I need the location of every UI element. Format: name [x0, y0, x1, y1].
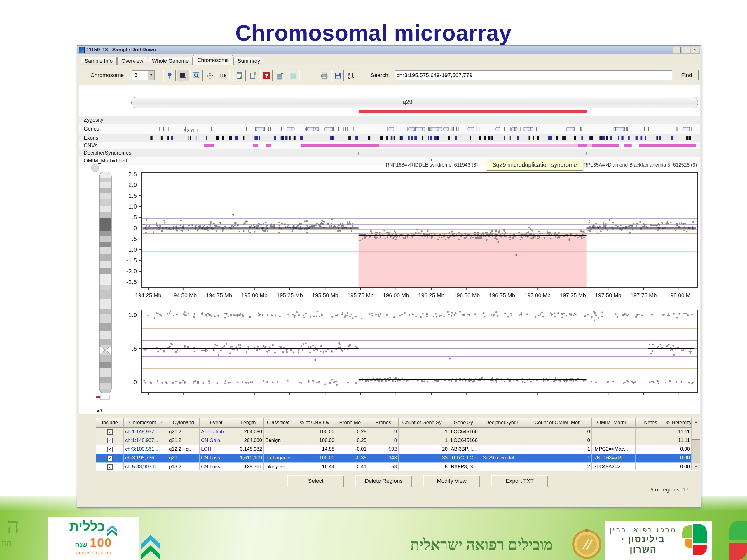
table-cell-cnv_overlap: 100.00	[297, 436, 336, 445]
corner-leaves-icon	[724, 521, 747, 560]
export-report-icon[interactable]	[233, 70, 246, 81]
table-row[interactable]: ✓chr5:33,903,6...p13.2CN Loss125,761Like…	[96, 462, 692, 470]
column-header-cytoband[interactable]: Cytoband	[168, 418, 200, 428]
column-header-notes[interactable]: Notes	[636, 418, 666, 428]
collapse-control[interactable]: ▲▼	[96, 408, 103, 412]
svg-text:1.0: 1.0	[128, 203, 137, 210]
column-header-count-of-omim-mor[interactable]: Count of OMIM_Mor...	[526, 418, 592, 428]
column-header-omim-morbi[interactable]: OMIM_Morbi...	[592, 418, 636, 428]
column-header-probes[interactable]: Probes	[368, 418, 398, 428]
svg-text:.5: .5	[132, 214, 137, 220]
cnv-region-marker[interactable]	[359, 110, 587, 113]
search-input[interactable]	[394, 70, 672, 80]
add-note-icon[interactable]	[247, 70, 259, 81]
scroll-down-icon[interactable]: ▼	[692, 463, 700, 471]
cytoband-strip[interactable]	[131, 97, 698, 108]
clalit-name: כללית	[69, 519, 105, 534]
table-cell-length: 264,080	[233, 428, 264, 436]
table-cell-heterozygosity: 0.00	[666, 445, 692, 454]
table-cell-include: ✓	[96, 428, 124, 436]
table-cell-probes: 9	[368, 428, 398, 436]
column-header-classificat[interactable]: Classificat...	[264, 418, 297, 428]
column-header-event[interactable]: Event	[200, 418, 233, 428]
app-icon	[79, 47, 85, 53]
log2-ratio-plot[interactable]: 2.52.01.51.0.50-.5-1.0-1.5-2.0-2.5194.25…	[87, 168, 700, 302]
table-cell-omim	[592, 428, 636, 436]
close-button[interactable]: ×	[691, 47, 699, 53]
find-button[interactable]: Find	[675, 70, 699, 80]
delete-regions-button[interactable]: Delete Regions	[355, 475, 412, 487]
table-row[interactable]: ✓chr1:148,937,...q21.2Allelic Imb...264,…	[96, 428, 692, 436]
save-icon[interactable]	[332, 70, 344, 81]
tab-bar: Sample InfoOverviewWhole GenomeChromosom…	[80, 55, 265, 65]
clalit-100: 100	[90, 536, 112, 550]
footer-slogan: מובילים רפואה ישראלית	[395, 536, 568, 553]
minimize-button[interactable]: _	[673, 47, 681, 53]
table-cell-count_omim: 0	[526, 436, 592, 445]
column-header-length[interactable]: Length	[233, 418, 264, 428]
include-checkbox[interactable]: ✓	[107, 438, 113, 443]
column-header-probe-me[interactable]: Probe Me...	[336, 418, 368, 428]
window-titlebar: 11159_13 - Sample Drill Down _□×	[77, 46, 700, 54]
zoom-selection-icon[interactable]	[190, 70, 203, 81]
svg-text:195.25 Mb: 195.25 Mb	[277, 292, 303, 298]
svg-text:-2.5: -2.5	[126, 278, 137, 285]
svg-text:196.25 Mb: 196.25 Mb	[418, 292, 444, 298]
include-checkbox[interactable]: ✓	[107, 456, 113, 461]
table-cell-decipher	[482, 445, 526, 454]
svg-text:197.50 Mb: 197.50 Mb	[595, 292, 621, 298]
table-scrollbar[interactable]: ▲ ▼	[692, 418, 700, 470]
restriction-view-icon[interactable]: R	[217, 70, 229, 81]
toolbar-separator	[299, 70, 300, 80]
table-cell-probes: 8	[368, 436, 398, 445]
table-cell-heterozygosity: 11.11	[666, 428, 692, 436]
tab-chromosome[interactable]: Chromosome	[193, 55, 233, 65]
annotation-tracks[interactable]	[141, 116, 697, 166]
table-cell-classification: Benign	[264, 436, 297, 445]
restore-button[interactable]: □	[681, 47, 690, 53]
table-cell-count_omim: 1	[526, 445, 592, 454]
column-header-heterozy[interactable]: % Heterozy...	[666, 418, 692, 428]
table-row[interactable]: ✓chr1:148,937,...q21.2CN Gain264,080Beni…	[96, 436, 692, 445]
track-list-icon[interactable]	[287, 70, 300, 81]
modify-view-button[interactable]: Modify View	[423, 475, 480, 487]
column-header-deciphersyndr[interactable]: DecipherSyndr...	[482, 418, 526, 428]
svg-text:1.5: 1.5	[128, 192, 137, 199]
clalit-chevrons-icon	[139, 532, 162, 560]
tab-whole-genome[interactable]: Whole Genome	[148, 57, 192, 65]
tab-overview[interactable]: Overview	[117, 57, 147, 65]
include-checkbox[interactable]: ✓	[107, 464, 113, 470]
chevron-down-icon[interactable]: ▼	[148, 71, 154, 80]
column-header-gene-sy[interactable]: Gene Sy...	[449, 418, 482, 428]
pin-icon[interactable]	[163, 70, 176, 81]
column-header-of-cnv-ov[interactable]: % of CNV Ov...	[297, 418, 336, 428]
sort-currency-icon[interactable]: $₪	[345, 70, 357, 81]
column-header-chromosom[interactable]: Chromosom...∕	[124, 418, 168, 428]
rabin-line2: בילינסון · השרון	[608, 534, 678, 555]
svg-text:R: R	[220, 73, 224, 78]
column-header-include[interactable]: Include	[96, 418, 124, 428]
table-cell-genes: RXFP3, S...	[449, 462, 482, 470]
tab-summary[interactable]: Summary	[233, 57, 264, 65]
add-track-icon[interactable]	[274, 70, 286, 81]
column-header-count-of-gene-sy[interactable]: Count of Gene Sy...	[398, 418, 449, 428]
pan-icon[interactable]	[204, 70, 216, 81]
print-icon[interactable]	[318, 70, 330, 81]
table-cell-count_omim: 0	[526, 428, 592, 436]
tab-sample-info[interactable]: Sample Info	[80, 57, 117, 65]
include-checkbox[interactable]: ✓	[107, 447, 113, 452]
allele-difference-plot[interactable]: 1.0.50	[87, 305, 700, 404]
table-cell-count_gene: 1	[398, 436, 449, 445]
table-cell-omim	[592, 436, 636, 445]
select-button[interactable]: Select	[287, 475, 344, 487]
filter-icon[interactable]	[260, 70, 273, 81]
select-region-icon[interactable]	[177, 70, 189, 81]
chromosome-select[interactable]: 3 ▼	[132, 70, 155, 80]
table-cell-probe_median: -0.35	[336, 454, 368, 462]
include-checkbox[interactable]: ✓	[107, 429, 113, 434]
scroll-thumb[interactable]	[692, 426, 700, 439]
export-txt-button[interactable]: Export TXT	[491, 475, 548, 487]
table-row[interactable]: ✓chr3:195,736,...q29CN Loss1,610,109Path…	[96, 454, 692, 462]
table-row[interactable]: ✓chr3:100,561,...q12.2 - q...LOH3,148,98…	[96, 445, 692, 454]
scroll-up-icon[interactable]: ▲	[692, 418, 700, 426]
